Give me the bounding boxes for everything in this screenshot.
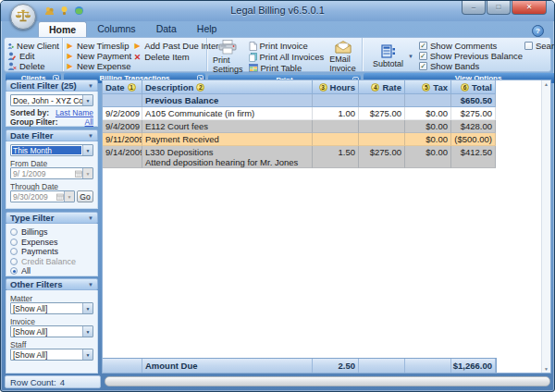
email-invoice-button[interactable]: EMail Invoice (327, 40, 359, 74)
group-filter-link[interactable]: All (85, 117, 93, 127)
date-preset-select[interactable]: This Month ▼ (10, 144, 93, 156)
collapse-chevron-icon: ▼ (88, 83, 93, 89)
calendar-icon (56, 191, 64, 202)
print-table-button[interactable]: Print Table (249, 63, 325, 73)
type-filter-panel: Billings Expenses Payments Credit Balanc… (6, 224, 98, 276)
column-header-date[interactable]: Date1 (103, 80, 142, 94)
from-date-input[interactable]: 9/ 1/2009 ▼ (10, 167, 93, 179)
show-bands-checkbox[interactable]: ✓ Show Bands (419, 61, 519, 71)
radio-billings[interactable]: Billings (10, 227, 93, 238)
row-count-status: Row Count: 4 (5, 375, 101, 388)
grid-row[interactable]: 9/2/2009 A105 Communicate (in firm) 1.00… (103, 107, 496, 120)
ribbon-group-clients: New Client Edit Delete Clients ↘ (5, 38, 63, 71)
show-comments-checkbox[interactable]: ✓ Show Comments (419, 41, 519, 51)
go-button[interactable]: Go (77, 190, 93, 202)
delete-item-x-icon: ✕ (133, 53, 142, 62)
filter-sidebar: Client Filter (25) ▼ Doe, John - XYZ Cor… (6, 80, 98, 374)
grid-row[interactable]: 9/4/2009 E112 Court fees $0.00 $428.00 (103, 120, 496, 133)
column-header-hours[interactable]: 3Hours (313, 80, 359, 94)
invoice-label: Invoice (10, 317, 93, 325)
collapse-chevron-icon: ▼ (88, 282, 93, 288)
tab-columns[interactable]: Columns (87, 21, 145, 37)
radio-selected-icon (10, 267, 18, 275)
other-filters-header[interactable]: Other Filters ▼ (6, 278, 98, 290)
billing-grid: Date1 Description2 3Hours 4Rate 5Tax 6To… (102, 80, 551, 374)
column-header-description[interactable]: Description2 (142, 80, 313, 94)
maximize-button[interactable]: □ (487, 1, 511, 15)
staff-label: Staff (10, 340, 93, 349)
date-filter-header[interactable]: Date Filter ▼ (6, 129, 98, 141)
dropdown-button-icon: ▼ (64, 191, 74, 202)
column-header-total[interactable]: 6Total (451, 80, 496, 94)
app-logo-scales-icon[interactable] (10, 4, 36, 30)
matter-select[interactable]: [Show All] ▼ (10, 302, 93, 314)
print-invoice-button[interactable]: Print Invoice (249, 41, 325, 51)
staff-select[interactable]: [Show All] ▼ (10, 349, 93, 361)
grid-row-payment[interactable]: 9/11/2009 Payment Received $0.00 ($500.0… (103, 133, 496, 146)
column-badge: 1 (128, 83, 136, 92)
radio-payments[interactable]: Payments (10, 247, 93, 257)
ribbon-group-billing-transactions: ▶ New Timeslip ▶ New Payment ▶ New Expen… (63, 38, 207, 71)
checkbox-checked-icon: ✓ (419, 52, 427, 60)
ribbon-group-print: Print Settings Print Invoice Print All I… (207, 38, 363, 71)
column-header-tax[interactable]: 5Tax (405, 80, 451, 94)
collapse-chevron-icon: ▼ (88, 133, 93, 139)
tab-home[interactable]: Home (38, 21, 87, 37)
date-filter-panel: This Month ▼ From Date 9/ 1/2009 ▼ Throu… (6, 141, 98, 209)
radio-all[interactable]: All (10, 266, 93, 276)
person-add-icon (7, 42, 14, 51)
client-select[interactable]: Doe, John - XYZ Corporation ▼ (10, 94, 93, 106)
scroll-up-icon[interactable]: ▲ (544, 81, 549, 87)
subtotal-button[interactable]: Subtotal (370, 44, 406, 68)
subtotal-dropdown-icon[interactable]: ▼ (408, 54, 413, 59)
new-timeslip-button[interactable]: ▶ New Timeslip (66, 41, 131, 51)
show-previous-balance-checkbox[interactable]: ✓ Show Previous Balance (419, 51, 519, 61)
new-expense-button[interactable]: ▶ New Expense (66, 61, 131, 71)
dropdown-button-icon: ▼ (82, 168, 92, 178)
vertical-scrollbar[interactable]: ▲ ▼ (541, 80, 550, 373)
matter-label: Matter (10, 294, 93, 302)
table-grid-icon (249, 64, 258, 72)
horizontal-scrollbar[interactable] (105, 376, 550, 386)
grid-row[interactable]: 9/14/2009 L330 Depositions Attend deposi… (103, 146, 496, 168)
dropdown-button-icon: ▼ (82, 326, 92, 337)
minimize-button[interactable]: – (462, 1, 486, 15)
radio-expenses[interactable]: Expenses (10, 238, 93, 248)
dropdown-button-icon: ▼ (82, 349, 92, 360)
row-description: L330 Depositions (145, 147, 298, 157)
tab-data[interactable]: Data (146, 21, 187, 37)
amount-due-total: $1,266.00 (451, 359, 496, 373)
new-client-button[interactable]: New Client (7, 41, 59, 51)
column-header-rate[interactable]: 4Rate (359, 80, 405, 94)
past-due-arrow-icon: ▶ (133, 42, 142, 50)
amount-due-label: Amount Due (142, 359, 313, 373)
payment-arrow-icon: ▶ (66, 52, 74, 60)
client-filter-header[interactable]: Client Filter (25) ▼ (6, 80, 98, 92)
sorted-by-link[interactable]: Last Name (56, 108, 93, 117)
ribbon: New Client Edit Delete Clients ↘ ▶ (4, 37, 551, 72)
expense-arrow-icon: ▶ (66, 62, 74, 70)
type-filter-header[interactable]: Type Filter ▼ (6, 212, 98, 224)
radio-credit-balance: Credit Balance (10, 257, 93, 267)
row-count-value: 4 (60, 377, 65, 387)
radio-icon (10, 239, 18, 246)
print-all-invoices-button[interactable]: Print All Invoices (249, 52, 325, 62)
search-footer-checkbox[interactable]: Search Footer (524, 41, 555, 51)
invoice-select[interactable]: [Show All] ▼ (10, 325, 93, 337)
checkbox-checked-icon: ✓ (419, 62, 427, 70)
print-settings-button[interactable]: Print Settings (210, 40, 246, 74)
from-date-label: From Date (10, 159, 93, 167)
through-date-input[interactable]: 9/30/2009 ▼ (10, 190, 75, 202)
ribbon-group-view-options: Subtotal ▼ ✓ Show Comments ✓ Show Previo… (363, 38, 555, 71)
email-envelope-icon (334, 41, 352, 54)
scroll-down-icon[interactable]: ▼ (544, 366, 549, 372)
new-payment-button[interactable]: ▶ New Payment (66, 51, 131, 61)
through-date-label: Through Date (10, 182, 93, 190)
delete-client-button[interactable]: Delete (7, 61, 59, 71)
tab-help[interactable]: Help (187, 21, 228, 37)
close-button[interactable]: ✕ (512, 1, 547, 15)
help-icon[interactable]: ? (532, 25, 544, 37)
client-filter-panel: Doe, John - XYZ Corporation ▼ Sorted by:… (6, 92, 98, 127)
edit-client-button[interactable]: Edit (7, 51, 59, 61)
grid-row-previous-balance[interactable]: Previous Balance $650.50 (103, 94, 496, 107)
